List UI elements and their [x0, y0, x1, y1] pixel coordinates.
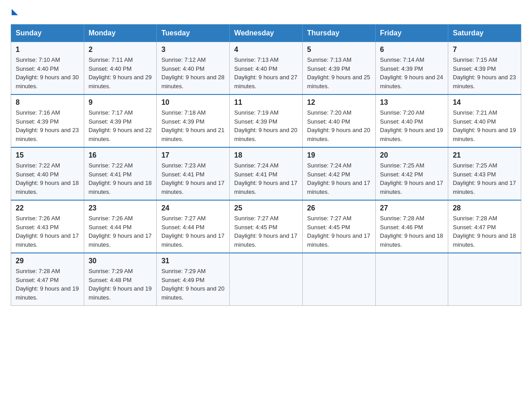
day-info: Sunrise: 7:29 AMSunset: 4:48 PMDaylight:…: [89, 267, 152, 302]
day-number: 6: [380, 46, 444, 54]
day-info: Sunrise: 7:25 AMSunset: 4:43 PMDaylight:…: [453, 161, 516, 196]
calendar-day-cell: [230, 253, 303, 306]
day-number: 30: [89, 257, 152, 265]
calendar-day-cell: 22Sunrise: 7:26 AMSunset: 4:43 PMDayligh…: [11, 200, 84, 253]
calendar-day-cell: 4Sunrise: 7:13 AMSunset: 4:40 PMDaylight…: [230, 42, 303, 95]
day-number: 1: [16, 46, 79, 54]
day-info: Sunrise: 7:28 AMSunset: 4:47 PMDaylight:…: [16, 267, 79, 302]
calendar-week-row: 15Sunrise: 7:22 AMSunset: 4:40 PMDayligh…: [11, 147, 521, 200]
calendar-header-row: SundayMondayTuesdayWednesdayThursdayFrid…: [11, 25, 521, 42]
day-number: 15: [16, 151, 79, 159]
logo-triangle-icon: [12, 9, 18, 15]
calendar-day-cell: 2Sunrise: 7:11 AMSunset: 4:40 PMDaylight…: [84, 42, 157, 95]
day-info: Sunrise: 7:19 AMSunset: 4:39 PMDaylight:…: [234, 108, 298, 143]
calendar-day-cell: 9Sunrise: 7:17 AMSunset: 4:39 PMDaylight…: [84, 94, 157, 147]
calendar-day-cell: 12Sunrise: 7:20 AMSunset: 4:40 PMDayligh…: [302, 94, 375, 147]
calendar-day-cell: 6Sunrise: 7:14 AMSunset: 4:39 PMDaylight…: [375, 42, 448, 95]
calendar-day-cell: 11Sunrise: 7:19 AMSunset: 4:39 PMDayligh…: [230, 94, 303, 147]
page-header: [11, 11, 521, 15]
day-info: Sunrise: 7:21 AMSunset: 4:40 PMDaylight:…: [453, 108, 516, 143]
day-of-week-header: Thursday: [302, 25, 375, 42]
day-info: Sunrise: 7:23 AMSunset: 4:41 PMDaylight:…: [161, 161, 225, 196]
calendar-day-cell: 21Sunrise: 7:25 AMSunset: 4:43 PMDayligh…: [448, 147, 521, 200]
day-info: Sunrise: 7:27 AMSunset: 4:44 PMDaylight:…: [161, 214, 225, 249]
day-info: Sunrise: 7:22 AMSunset: 4:40 PMDaylight:…: [16, 161, 79, 196]
day-number: 16: [89, 151, 152, 159]
calendar-week-row: 1Sunrise: 7:10 AMSunset: 4:40 PMDaylight…: [11, 42, 521, 95]
day-info: Sunrise: 7:29 AMSunset: 4:49 PMDaylight:…: [161, 267, 225, 302]
day-info: Sunrise: 7:10 AMSunset: 4:40 PMDaylight:…: [16, 56, 79, 90]
calendar-day-cell: 28Sunrise: 7:28 AMSunset: 4:47 PMDayligh…: [448, 200, 521, 253]
calendar-week-row: 29Sunrise: 7:28 AMSunset: 4:47 PMDayligh…: [11, 253, 521, 306]
day-info: Sunrise: 7:20 AMSunset: 4:40 PMDaylight:…: [307, 108, 371, 143]
day-number: 21: [453, 151, 516, 159]
day-of-week-header: Friday: [375, 25, 448, 42]
calendar-day-cell: 25Sunrise: 7:27 AMSunset: 4:45 PMDayligh…: [230, 200, 303, 253]
calendar-week-row: 22Sunrise: 7:26 AMSunset: 4:43 PMDayligh…: [11, 200, 521, 253]
day-info: Sunrise: 7:15 AMSunset: 4:39 PMDaylight:…: [453, 56, 516, 90]
day-of-week-header: Monday: [84, 25, 157, 42]
day-number: 28: [453, 204, 516, 212]
day-number: 7: [453, 46, 516, 54]
day-info: Sunrise: 7:13 AMSunset: 4:39 PMDaylight:…: [307, 56, 371, 90]
calendar-day-cell: 31Sunrise: 7:29 AMSunset: 4:49 PMDayligh…: [157, 253, 230, 306]
day-info: Sunrise: 7:28 AMSunset: 4:46 PMDaylight:…: [380, 214, 444, 249]
calendar-day-cell: 23Sunrise: 7:26 AMSunset: 4:44 PMDayligh…: [84, 200, 157, 253]
day-number: 2: [89, 46, 152, 54]
day-info: Sunrise: 7:13 AMSunset: 4:40 PMDaylight:…: [234, 56, 298, 90]
day-number: 20: [380, 151, 444, 159]
day-number: 10: [161, 98, 225, 107]
calendar-day-cell: 14Sunrise: 7:21 AMSunset: 4:40 PMDayligh…: [448, 94, 521, 147]
day-number: 24: [161, 204, 225, 212]
day-number: 14: [453, 98, 516, 107]
day-info: Sunrise: 7:24 AMSunset: 4:41 PMDaylight:…: [234, 161, 298, 196]
day-of-week-header: Tuesday: [157, 25, 230, 42]
day-info: Sunrise: 7:22 AMSunset: 4:41 PMDaylight:…: [89, 161, 152, 196]
calendar-day-cell: [375, 253, 448, 306]
calendar-day-cell: 17Sunrise: 7:23 AMSunset: 4:41 PMDayligh…: [157, 147, 230, 200]
calendar-day-cell: 18Sunrise: 7:24 AMSunset: 4:41 PMDayligh…: [230, 147, 303, 200]
day-number: 29: [16, 257, 79, 265]
calendar-day-cell: 29Sunrise: 7:28 AMSunset: 4:47 PMDayligh…: [11, 253, 84, 306]
calendar-day-cell: 13Sunrise: 7:20 AMSunset: 4:40 PMDayligh…: [375, 94, 448, 147]
day-info: Sunrise: 7:11 AMSunset: 4:40 PMDaylight:…: [89, 56, 152, 90]
day-number: 19: [307, 151, 371, 159]
day-number: 18: [234, 151, 298, 159]
day-number: 3: [161, 46, 225, 54]
day-number: 4: [234, 46, 298, 54]
day-number: 25: [234, 204, 298, 212]
day-number: 22: [16, 204, 79, 212]
day-number: 13: [380, 98, 444, 107]
day-info: Sunrise: 7:26 AMSunset: 4:44 PMDaylight:…: [89, 214, 152, 249]
calendar-day-cell: [302, 253, 375, 306]
day-of-week-header: Saturday: [448, 25, 521, 42]
calendar-day-cell: [448, 253, 521, 306]
day-number: 9: [89, 98, 152, 107]
day-info: Sunrise: 7:20 AMSunset: 4:40 PMDaylight:…: [380, 108, 444, 143]
day-info: Sunrise: 7:27 AMSunset: 4:45 PMDaylight:…: [307, 214, 371, 249]
day-number: 17: [161, 151, 225, 159]
day-number: 31: [161, 257, 225, 265]
day-of-week-header: Sunday: [11, 25, 84, 42]
day-number: 26: [307, 204, 371, 212]
calendar-day-cell: 26Sunrise: 7:27 AMSunset: 4:45 PMDayligh…: [302, 200, 375, 253]
day-number: 5: [307, 46, 371, 54]
calendar-day-cell: 8Sunrise: 7:16 AMSunset: 4:39 PMDaylight…: [11, 94, 84, 147]
day-info: Sunrise: 7:12 AMSunset: 4:40 PMDaylight:…: [161, 56, 225, 90]
day-info: Sunrise: 7:17 AMSunset: 4:39 PMDaylight:…: [89, 108, 152, 143]
day-number: 8: [16, 98, 79, 107]
calendar-day-cell: 27Sunrise: 7:28 AMSunset: 4:46 PMDayligh…: [375, 200, 448, 253]
calendar-day-cell: 30Sunrise: 7:29 AMSunset: 4:48 PMDayligh…: [84, 253, 157, 306]
day-number: 12: [307, 98, 371, 107]
day-number: 27: [380, 204, 444, 212]
day-info: Sunrise: 7:28 AMSunset: 4:47 PMDaylight:…: [453, 214, 516, 249]
day-info: Sunrise: 7:24 AMSunset: 4:42 PMDaylight:…: [307, 161, 371, 196]
calendar-week-row: 8Sunrise: 7:16 AMSunset: 4:39 PMDaylight…: [11, 94, 521, 147]
calendar-day-cell: 1Sunrise: 7:10 AMSunset: 4:40 PMDaylight…: [11, 42, 84, 95]
calendar-day-cell: 7Sunrise: 7:15 AMSunset: 4:39 PMDaylight…: [448, 42, 521, 95]
calendar-day-cell: 24Sunrise: 7:27 AMSunset: 4:44 PMDayligh…: [157, 200, 230, 253]
calendar-day-cell: 19Sunrise: 7:24 AMSunset: 4:42 PMDayligh…: [302, 147, 375, 200]
day-info: Sunrise: 7:16 AMSunset: 4:39 PMDaylight:…: [16, 108, 79, 143]
day-of-week-header: Wednesday: [230, 25, 303, 42]
calendar-day-cell: 16Sunrise: 7:22 AMSunset: 4:41 PMDayligh…: [84, 147, 157, 200]
